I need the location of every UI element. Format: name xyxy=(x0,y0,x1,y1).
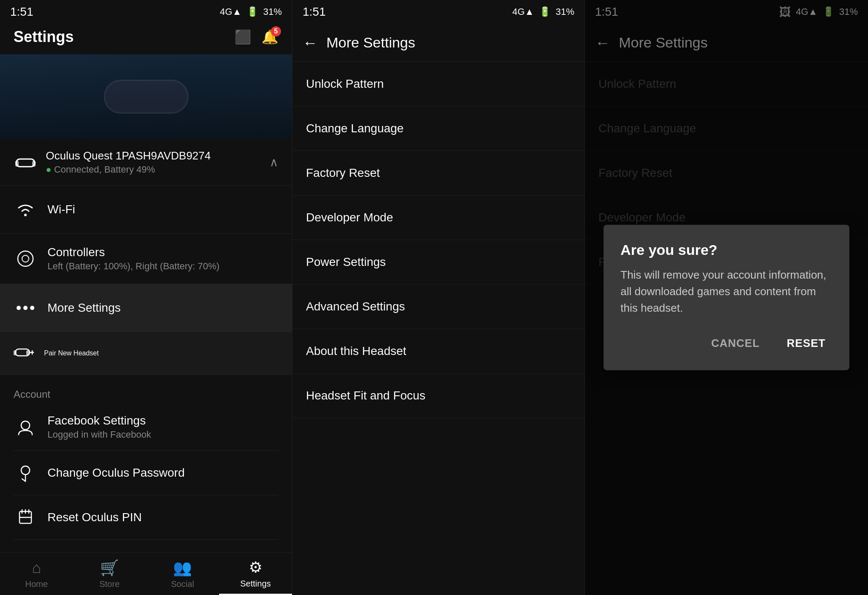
account-item-facebook[interactable]: Facebook Settings Logged in with Faceboo… xyxy=(14,404,278,451)
svg-point-3 xyxy=(24,214,27,216)
controllers-sublabel: Left (Battery: 100%), Right (Battery: 70… xyxy=(47,261,220,272)
headset-icon xyxy=(14,151,37,174)
middle-item-power-settings[interactable]: Power Settings xyxy=(292,240,584,285)
more-settings-icon xyxy=(14,296,37,320)
password-icon xyxy=(14,461,37,485)
device-item[interactable]: Oculus Quest 1PASH9AVDB9274 ● Connected,… xyxy=(0,139,292,186)
nav-item-controllers[interactable]: Controllers Left (Battery: 100%), Right … xyxy=(0,234,292,284)
middle-panel-title: More Settings xyxy=(326,34,415,51)
dialog-overlay: Are you sure? This will remove your acco… xyxy=(585,0,868,595)
cancel-button[interactable]: CANCEL xyxy=(704,333,766,353)
facebook-settings-label: Facebook Settings xyxy=(47,414,151,427)
settings-tab-label: Settings xyxy=(240,579,271,589)
nav-item-pair-headset[interactable]: Pair New Headset xyxy=(0,332,292,375)
middle-item-advanced-settings[interactable]: Advanced Settings xyxy=(292,285,584,329)
settings-tab-icon: ⚙ xyxy=(249,559,262,576)
battery-pct-left: 31% xyxy=(263,6,282,17)
dialog-actions: CANCEL RESET xyxy=(620,333,832,353)
device-info: Oculus Quest 1PASH9AVDB9274 ● Connected,… xyxy=(46,149,270,175)
battery-icon-middle: 🔋 xyxy=(539,6,551,17)
cast-icon[interactable]: ⬛ xyxy=(234,29,251,45)
wifi-label: Wi-Fi xyxy=(47,203,75,216)
svg-point-5 xyxy=(22,255,29,262)
svg-point-4 xyxy=(18,251,33,266)
right-panel: 1:51 🖼 4G▲ 🔋 31% ← More Settings Unlock … xyxy=(585,0,868,595)
factory-reset-dialog: Are you sure? This will remove your acco… xyxy=(604,225,849,370)
tab-social[interactable]: 👥 Social xyxy=(146,554,219,594)
chevron-up-icon: ∧ xyxy=(270,155,278,169)
signal-icon-middle: 4G▲ xyxy=(512,6,534,17)
social-icon: 👥 xyxy=(173,559,192,577)
reset-button[interactable]: RESET xyxy=(780,333,832,353)
battery-pct-middle: 31% xyxy=(556,6,574,17)
time-middle: 1:51 xyxy=(303,5,326,19)
home-icon: ⌂ xyxy=(32,559,41,577)
more-settings-label: More Settings xyxy=(47,301,121,315)
svg-point-8 xyxy=(30,306,34,310)
home-label: Home xyxy=(25,579,47,589)
pair-headset-icon xyxy=(14,344,34,363)
store-label: Store xyxy=(99,579,120,589)
status-icons-middle: 4G▲ 🔋 31% xyxy=(512,6,574,17)
svg-point-15 xyxy=(21,466,30,475)
svg-point-6 xyxy=(17,306,21,310)
notification-icon[interactable]: 🔔 5 xyxy=(262,29,278,45)
nav-item-more-settings[interactable]: More Settings xyxy=(0,284,292,332)
middle-item-headset-fit[interactable]: Headset Fit and Focus xyxy=(292,374,584,418)
settings-title: Settings xyxy=(14,28,74,46)
connected-dot: ● xyxy=(46,164,54,175)
password-label: Change Oculus Password xyxy=(47,466,185,480)
middle-panel: 1:51 4G▲ 🔋 31% ← More Settings Unlock Pa… xyxy=(292,0,585,595)
headset-banner xyxy=(0,54,292,139)
account-item-password[interactable]: Change Oculus Password xyxy=(14,451,278,495)
back-button-middle[interactable]: ← xyxy=(303,34,318,52)
account-section: Account Facebook Settings Logged in with… xyxy=(0,375,292,547)
status-bar-left: 1:51 4G▲ 🔋 31% xyxy=(0,0,292,24)
left-panel: 1:51 4G▲ 🔋 31% Settings ⬛ 🔔 5 xyxy=(0,0,292,595)
middle-settings-list: Unlock Pattern Change Language Factory R… xyxy=(292,62,584,595)
middle-item-change-language[interactable]: Change Language xyxy=(292,106,584,151)
nav-item-wifi[interactable]: Wi-Fi xyxy=(0,186,292,234)
status-icons-left: 4G▲ 🔋 31% xyxy=(220,6,282,17)
bottom-nav: ⌂ Home 🛒 Store 👥 Social ⚙ Settings xyxy=(0,553,292,595)
facebook-sublabel: Logged in with Facebook xyxy=(47,429,151,440)
device-name: Oculus Quest 1PASH9AVDB9274 xyxy=(46,149,270,162)
pin-label: Reset Oculus PIN xyxy=(47,511,142,524)
middle-item-unlock-pattern[interactable]: Unlock Pattern xyxy=(292,62,584,106)
tab-settings[interactable]: ⚙ Settings xyxy=(219,553,292,595)
middle-item-developer-mode[interactable]: Developer Mode xyxy=(292,196,584,240)
signal-icon-left: 4G▲ xyxy=(220,6,242,17)
controllers-label: Controllers xyxy=(47,246,220,259)
tab-store[interactable]: 🛒 Store xyxy=(73,554,146,594)
dialog-message: This will remove your account informatio… xyxy=(620,267,832,316)
time-left: 1:51 xyxy=(10,5,33,19)
svg-rect-1 xyxy=(15,161,19,167)
svg-point-14 xyxy=(21,421,30,430)
middle-item-about-headset[interactable]: About this Headset xyxy=(292,329,584,374)
middle-panel-header: ← More Settings xyxy=(292,24,584,62)
tab-home[interactable]: ⌂ Home xyxy=(0,554,73,594)
store-icon: 🛒 xyxy=(100,559,119,577)
device-status: ● Connected, Battery 49% xyxy=(46,164,270,175)
dialog-title: Are you sure? xyxy=(620,242,832,258)
account-section-label: Account xyxy=(14,388,278,400)
facebook-icon xyxy=(14,415,37,439)
controllers-icon xyxy=(14,247,37,271)
device-status-text: Connected, Battery 49% xyxy=(54,164,155,175)
social-label: Social xyxy=(171,579,194,589)
middle-item-factory-reset[interactable]: Factory Reset xyxy=(292,151,584,196)
pin-icon xyxy=(14,506,37,529)
svg-rect-10 xyxy=(14,350,17,355)
account-item-pin[interactable]: Reset Oculus PIN xyxy=(14,495,278,540)
svg-point-7 xyxy=(23,306,28,310)
pair-headset-label: Pair New Headset xyxy=(44,349,99,357)
svg-rect-2 xyxy=(32,161,36,167)
status-bar-middle: 1:51 4G▲ 🔋 31% xyxy=(292,0,584,24)
svg-rect-11 xyxy=(26,350,29,355)
battery-icon-left: 🔋 xyxy=(247,6,258,17)
svg-rect-0 xyxy=(16,159,35,167)
wifi-icon xyxy=(14,198,37,221)
